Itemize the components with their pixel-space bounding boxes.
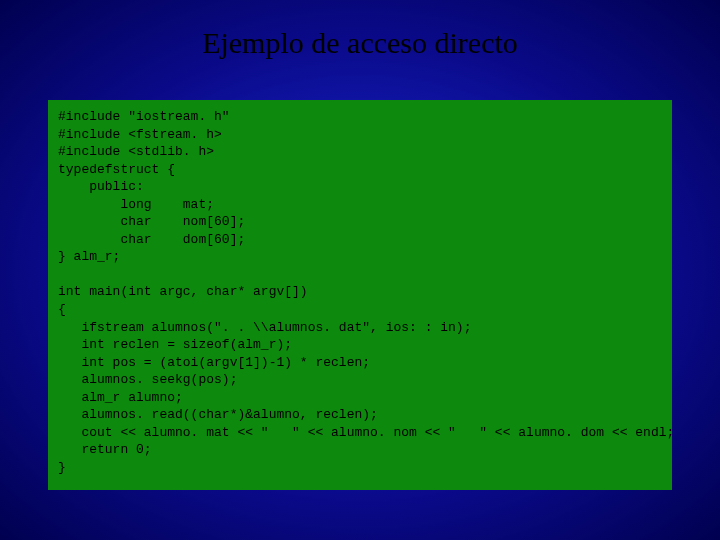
code-block: #include "iostream. h" #include <fstream… [58,108,662,476]
code-panel: #include "iostream. h" #include <fstream… [48,100,672,490]
slide-title: Ejemplo de acceso directo [0,26,720,60]
slide: Ejemplo de acceso directo #include "iost… [0,0,720,540]
